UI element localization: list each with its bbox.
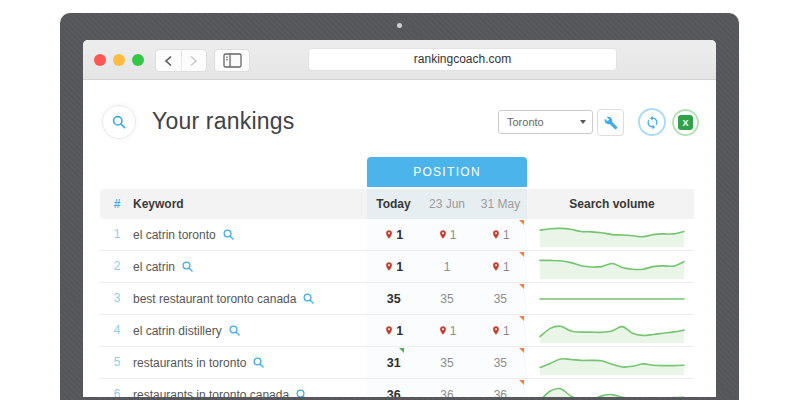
- row-number: 1: [100, 219, 134, 250]
- table-row[interactable]: 3 best restaurant toronto canada 35 35 3…: [100, 283, 694, 315]
- location-select[interactable]: Toronto: [498, 110, 593, 134]
- close-window-button[interactable]: [94, 54, 106, 66]
- position-31may: 36: [474, 379, 527, 397]
- search-volume-sparkline: [538, 286, 686, 312]
- position-cells: 31 35 35: [367, 347, 527, 378]
- page-content: Your rankings Toronto X POSITION #: [83, 80, 716, 397]
- webcam-dot: [397, 23, 402, 28]
- search-volume-sparkline: [538, 382, 686, 397]
- settings-wrench-button[interactable]: [597, 109, 624, 136]
- browser-chrome: rankingcoach.com: [83, 40, 716, 80]
- map-pin-icon: [491, 260, 501, 273]
- column-23jun: 23 Jun: [420, 189, 474, 219]
- keyword-label: el catrin toronto: [133, 228, 216, 242]
- table-row[interactable]: 1 el catrin toronto 1 1 1: [100, 219, 694, 251]
- search-icon: [111, 114, 127, 130]
- trend-marker: [399, 348, 404, 353]
- position-31may: 1: [474, 251, 527, 282]
- table-row[interactable]: 4 el catrin distillery 1 1 1: [100, 315, 694, 347]
- row-number: 5: [100, 347, 134, 378]
- keyword-search-icon[interactable]: [228, 324, 241, 337]
- position-today: 36: [367, 379, 420, 397]
- map-pin-icon: [384, 260, 394, 273]
- position-23jun: 1: [420, 315, 473, 346]
- tab-position[interactable]: POSITION: [367, 157, 527, 187]
- keyword-cell: restaurants in toronto canada: [133, 379, 308, 397]
- position-23jun: 1: [420, 219, 473, 250]
- table-body: 1 el catrin toronto 1 1 1 2 el catrin 1 …: [100, 219, 694, 397]
- keyword-cell: el catrin toronto: [133, 219, 235, 250]
- keyword-label: restaurants in toronto canada: [133, 388, 289, 398]
- position-cells: 1 1 1: [367, 251, 527, 282]
- position-today: 1: [367, 315, 420, 346]
- trend-marker: [519, 220, 524, 225]
- trend-marker: [519, 380, 524, 385]
- position-today: 1: [367, 251, 420, 282]
- keyword-label: el catrin distillery: [133, 324, 222, 338]
- map-pin-icon: [384, 228, 394, 241]
- keyword-search-icon[interactable]: [222, 228, 235, 241]
- position-today: 1: [367, 219, 420, 250]
- keyword-search-icon[interactable]: [181, 260, 194, 273]
- keyword-cell: best restaurant toronto canada: [133, 283, 315, 314]
- minimize-window-button[interactable]: [113, 54, 125, 66]
- search-volume-sparkline: [538, 222, 686, 248]
- column-rank: #: [100, 189, 134, 219]
- url-text: rankingcoach.com: [414, 52, 511, 66]
- keyword-search-icon[interactable]: [302, 292, 315, 305]
- table-row[interactable]: 2 el catrin 1 1 1: [100, 251, 694, 283]
- position-23jun: 35: [420, 347, 473, 378]
- position-cells: 35 35 35: [367, 283, 527, 314]
- search-volume-sparkline: [538, 318, 686, 344]
- position-today: 35: [367, 283, 420, 314]
- rankings-badge: [102, 105, 136, 139]
- wrench-icon: [604, 116, 618, 130]
- search-volume-sparkline: [538, 350, 686, 376]
- column-31may: 31 May: [474, 189, 527, 219]
- forward-button[interactable]: [182, 50, 207, 71]
- keyword-search-icon[interactable]: [252, 356, 265, 369]
- refresh-icon: [645, 115, 660, 130]
- keyword-label: el catrin: [133, 260, 175, 274]
- url-bar[interactable]: rankingcoach.com: [308, 48, 617, 71]
- column-keyword: Keyword: [133, 189, 184, 219]
- sidebar-toggle-button[interactable]: [214, 49, 250, 72]
- keyword-search-icon[interactable]: [295, 388, 308, 397]
- row-number: 4: [100, 315, 134, 346]
- position-31may: 35: [474, 347, 527, 378]
- map-pin-icon: [384, 324, 394, 337]
- device-frame: rankingcoach.com Your rankings Toronto X: [60, 13, 739, 400]
- zoom-window-button[interactable]: [132, 54, 144, 66]
- map-pin-icon: [491, 228, 501, 241]
- keyword-label: restaurants in toronto: [133, 356, 246, 370]
- position-today: 31: [367, 347, 420, 378]
- position-cells: 1 1 1: [367, 315, 527, 346]
- row-number: 2: [100, 251, 134, 282]
- chevron-right-icon: [189, 55, 198, 67]
- keyword-label: best restaurant toronto canada: [133, 292, 296, 306]
- column-search-volume: Search volume: [538, 189, 686, 219]
- location-select-wrap: Toronto: [498, 110, 593, 134]
- chevron-left-icon: [164, 55, 173, 67]
- row-number: 6: [100, 379, 134, 397]
- export-excel-button[interactable]: X: [672, 109, 699, 136]
- keyword-cell: el catrin distillery: [133, 315, 241, 346]
- table-row[interactable]: 6 restaurants in toronto canada 36 36 36: [100, 379, 694, 397]
- back-button[interactable]: [156, 50, 182, 71]
- page-title: Your rankings: [152, 108, 294, 135]
- position-31may: 1: [474, 219, 527, 250]
- position-cells: 36 36 36: [367, 379, 527, 397]
- trend-marker: [519, 316, 524, 321]
- position-31may: 1: [474, 315, 527, 346]
- keyword-cell: el catrin: [133, 251, 194, 282]
- position-23jun: 35: [420, 283, 473, 314]
- refresh-button[interactable]: [638, 108, 666, 136]
- table-row[interactable]: 5 restaurants in toronto 31 35 35: [100, 347, 694, 379]
- position-cells: 1 1 1: [367, 219, 527, 250]
- position-23jun: 1: [420, 251, 473, 282]
- table-header: # Keyword Today 23 Jun 31 May Search vol…: [100, 189, 694, 219]
- position-23jun: 36: [420, 379, 473, 397]
- row-number: 3: [100, 283, 134, 314]
- window-controls: [94, 54, 144, 66]
- map-pin-icon: [438, 324, 448, 337]
